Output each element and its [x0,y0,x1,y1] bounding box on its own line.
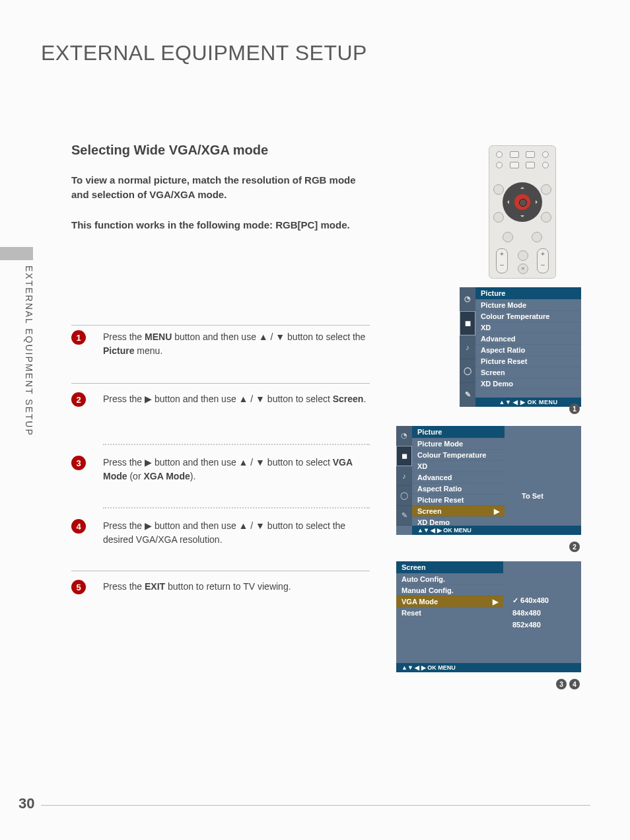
remote-volume: +– [496,248,508,273]
osd-item: Aspect Ratio [475,344,581,355]
osd-item: Colour Temperature [475,310,581,322]
osd-tab-icon: ◯ [460,359,475,383]
divider [71,571,370,571]
osd-tab-icon: ✎ [396,506,412,526]
callout-4: 4 [569,679,580,689]
osd-item: Manual Config. [396,584,503,596]
remote-channel: +– [537,248,549,273]
osd-item-selected: Screen▶ [412,505,505,516]
divider [71,383,370,384]
remote-dpad [503,182,542,222]
callout-3: 3 [556,679,567,689]
step-number: 4 [71,519,86,534]
osd-item: XD Demo [475,378,581,389]
remote-btn [496,151,503,158]
sidebar-label: EXTERNAL EQUIPMENT SETUP [24,265,34,437]
step-text: Press the MENU button and then use ▲ / ▼… [103,330,367,358]
step-number: 2 [71,392,86,407]
step-text: Press the ▶ button and then use ▲ / ▼ bu… [103,456,367,483]
osd-footer: ▲▼ ◀ ▶ OK MENU [396,663,581,672]
osd-picture-menu-2: ◔ ◼ ♪ ◯ ✎ Picture Picture Mode Colour Te… [396,426,581,535]
osd-spacer [475,389,581,398]
osd-tab-icon: ◔ [396,426,412,446]
step-text: Press the ▶ button and then use ▲ / ▼ bu… [103,392,367,406]
remote-btn [526,162,535,168]
remote-btn [518,250,528,261]
remote-btn [510,151,519,158]
footer-rule [41,805,590,806]
callout-1: 1 [569,403,580,414]
remote-btn [541,212,551,223]
step-number: 1 [71,330,86,345]
osd-item: Aspect Ratio [412,483,505,494]
osd-item: Picture Reset [475,355,581,367]
osd-item: Reset [396,607,503,618]
remote-btn [526,151,535,158]
osd-item: Screen [475,367,581,378]
osd-options: 640x480 848x480 852x480 [512,594,549,631]
intro-text-1: To view a normal picture, match the reso… [71,173,362,202]
sidebar-tab [0,247,33,260]
remote-btn [510,162,519,168]
step-text: Press the EXIT button to return to TV vi… [103,580,367,594]
osd-footer: ▲▼ ◀ ▶ OK MENU [475,398,581,407]
osd-option: 852x480 [512,619,549,631]
remote-btn [496,162,503,168]
remote-btn [541,184,551,195]
step-text: Press the ▶ button and then use ▲ / ▼ bu… [103,519,367,547]
osd-footer: ▲▼ ◀ ▶ OK MENU [412,526,581,535]
osd-header: Picture [475,287,581,299]
step-number: 3 [71,456,86,470]
osd-tab-icon: ◼ [396,446,412,466]
osd-item: XD [412,460,505,472]
page-number: 30 [18,795,34,812]
osd-item: Picture Mode [412,438,505,449]
osd-tab-icon: ♪ [460,335,475,359]
osd-picture-menu-1: ◔ ◼ ♪ ◯ ✎ Picture Picture Mode Colour Te… [475,287,581,407]
osd-screen-menu: Screen Auto Config. Manual Config. VGA M… [396,561,581,672]
osd-item: Auto Config. [396,573,503,584]
osd-tab-icon: ◯ [396,486,412,506]
osd-item: Picture Reset [412,494,505,505]
callout-2: 2 [569,542,580,552]
osd-item-selected: VGA Mode▶ [396,596,503,607]
osd-tab-icon: ◼ [460,311,475,335]
osd-item: XD [475,322,581,333]
osd-tab-icon: ✎ [460,383,475,407]
dotted-divider [103,507,370,508]
remote-control: +– +– ✕ [489,145,556,279]
page-title: EXTERNAL EQUIPMENT SETUP [41,41,367,65]
remote-btn [542,151,549,158]
osd-right-label: To Set [522,492,543,500]
remote-btn [542,162,549,168]
osd-item: Advanced [475,333,581,344]
intro-text-2: This function works in the following mod… [71,219,350,230]
osd-item: Picture Mode [475,299,581,310]
osd-item: Advanced [412,472,505,483]
osd-header: Picture [412,426,505,438]
osd-tab-icon: ♪ [396,466,412,486]
step-number: 5 [71,580,86,594]
remote-btn [503,232,513,242]
osd-option-checked: 640x480 [512,594,549,607]
osd-tab-icon: ◔ [460,287,475,311]
divider [71,325,370,326]
osd-item: Colour Temperature [412,449,505,460]
dotted-divider [103,444,370,445]
section-subtitle: Selecting Wide VGA/XGA mode [71,143,268,158]
osd-header: Screen [396,561,503,573]
remote-btn: ✕ [518,263,528,274]
osd-option: 848x480 [512,607,549,619]
remote-btn [532,232,542,242]
